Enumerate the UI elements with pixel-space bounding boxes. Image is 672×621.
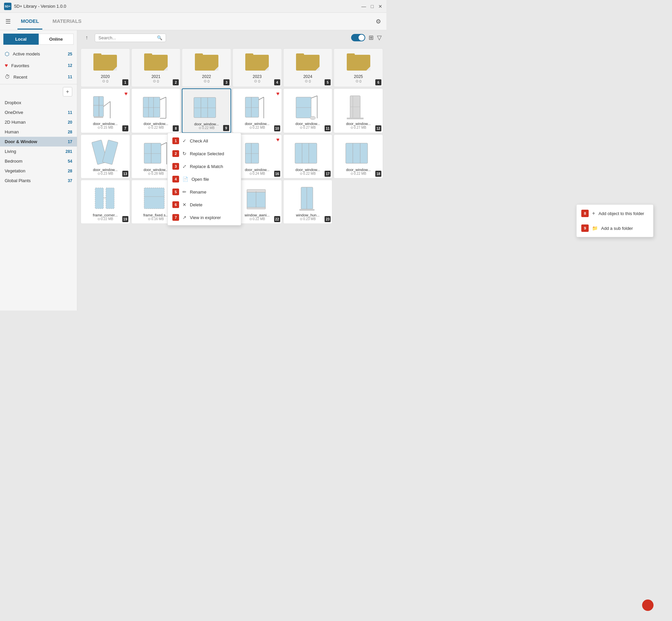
sidebar-item-bedroom[interactable]: Bedroom 54 xyxy=(0,156,77,166)
model-thumb-16 xyxy=(236,137,279,168)
model-size-10: ⊙ 0.22 MB xyxy=(249,126,265,129)
sidebar-item-onedrive[interactable]: OneDrive 11 xyxy=(0,108,77,117)
ctx-num-5: 5 xyxy=(172,189,179,195)
toggle-switch[interactable] xyxy=(351,34,365,41)
sidebar-item-living[interactable]: Living 281 xyxy=(0,147,77,156)
bedroom-count: 54 xyxy=(68,159,72,164)
svg-rect-80 xyxy=(299,209,314,211)
model-size-20: ⊙ 0.16 MB xyxy=(148,217,164,221)
model-thumb-22 xyxy=(236,183,279,213)
ctx-label-rename: Rename xyxy=(190,190,206,195)
delete-icon: ✕ xyxy=(182,202,186,207)
model-card-13[interactable]: door_window... ⊙ 0.23 MB 13 xyxy=(81,134,130,178)
sidebar: Local Online ⬡ Active models 25 ♥ Favori… xyxy=(0,30,77,310)
sidebar-item-door-window[interactable]: Door & Window 17 xyxy=(0,137,77,147)
folder-badge-2022: 3 xyxy=(223,79,229,85)
2d-human-count: 20 xyxy=(68,120,72,125)
ctx-num-3: 3 xyxy=(172,163,179,170)
folder-2021[interactable]: 2021 ⊙ 0 2 xyxy=(131,48,181,87)
model-card-10[interactable]: ♥ door_window... ⊙ 0.22 MB xyxy=(233,88,282,133)
ctx-replace-selected[interactable]: 2 ↻ Replace Selected xyxy=(168,147,241,160)
sidebar-item-global-plants[interactable]: Global Plants 37 xyxy=(0,176,77,185)
sidebar-item-favorites[interactable]: ♥ Favorites 12 xyxy=(0,60,77,71)
ctx-replace-match[interactable]: 3 ⤢ Replace & Match xyxy=(168,160,241,173)
replace-match-icon: ⤢ xyxy=(182,164,186,169)
model-card-11[interactable]: door_window... ⊙ 0.27 MB 11 xyxy=(283,88,333,133)
svg-rect-61 xyxy=(302,143,302,163)
add-folder-button[interactable]: + xyxy=(63,87,72,96)
ctx-num-4: 4 xyxy=(172,176,179,182)
model-badge-10: 10 xyxy=(274,125,280,131)
search-box: 🔍 xyxy=(95,34,166,42)
sidebar-item-vegetation[interactable]: Vegetation 28 xyxy=(0,166,77,176)
model-name-13: door_window... xyxy=(84,168,127,172)
folder-2023[interactable]: 2023 ⊙ 0 4 xyxy=(233,48,282,87)
svg-rect-60 xyxy=(295,143,317,163)
hamburger-icon[interactable]: ☰ xyxy=(5,18,11,25)
model-card-17[interactable]: door_window... ⊙ 0.22 MB 17 xyxy=(283,134,333,178)
grid-view-icon[interactable]: ⊞ xyxy=(369,34,374,41)
svg-line-29 xyxy=(160,97,166,100)
model-card-12[interactable]: door_window... ⊙ 0.27 MB 12 xyxy=(334,88,383,133)
folder-name-2025: 2025 xyxy=(354,74,363,79)
folder-2022[interactable]: 2022 ⊙ 0 3 xyxy=(182,48,231,87)
local-button[interactable]: Local xyxy=(3,34,39,45)
folder-2025[interactable]: 2025 ⊙ 0 6 xyxy=(334,48,383,87)
svg-rect-49 xyxy=(347,118,364,119)
model-card-23[interactable]: window_hun... ⊙ 0.23 MB 23 xyxy=(283,180,333,224)
up-button[interactable]: ↑ xyxy=(82,33,91,42)
svg-rect-67 xyxy=(106,188,114,209)
sidebar-item-human[interactable]: Human 28 xyxy=(0,127,77,137)
explorer-icon: ↗ xyxy=(182,215,186,220)
filter-icon[interactable]: ▽ xyxy=(377,34,382,41)
model-thumb-12 xyxy=(337,91,380,122)
folder-count-2021: ⊙ 0 xyxy=(153,79,159,83)
folder-2024[interactable]: 2024 ⊙ 0 5 xyxy=(283,48,333,87)
sidebar-item-active-models[interactable]: ⬡ Active models 25 xyxy=(0,48,77,60)
ctx-view-explorer[interactable]: 7 ↗ View in explorer xyxy=(168,211,241,224)
folder-name-2020: 2020 xyxy=(101,74,110,79)
favorite-heart-7: ♥ xyxy=(124,91,128,97)
ctx-num-2: 2 xyxy=(172,150,179,157)
onedrive-label: OneDrive xyxy=(5,110,65,115)
model-card-9[interactable]: door_window... ⊙ 0.22 MB 9 xyxy=(182,88,231,133)
model-thumb-17 xyxy=(286,137,330,168)
dropbox-label: Dropbox xyxy=(5,100,69,105)
model-name-10: door_window... xyxy=(236,122,279,126)
model-badge-9: 9 xyxy=(223,125,229,131)
ctx-open-file[interactable]: 4 📄 Open file xyxy=(168,173,241,185)
model-size-8: ⊙ 0.22 MB xyxy=(148,126,164,129)
door-window-label: Door & Window xyxy=(5,139,65,144)
online-button[interactable]: Online xyxy=(39,34,74,45)
model-thumb-18 xyxy=(337,137,380,168)
settings-icon[interactable]: ⚙ xyxy=(376,18,381,25)
model-card-18[interactable]: door_window... ⊙ 0.22 MB 18 xyxy=(334,134,383,178)
ctx-num-6: 6 xyxy=(172,201,179,208)
maximize-button[interactable]: □ xyxy=(371,4,374,9)
model-card-7[interactable]: ♥ door_window... ⊙ xyxy=(81,88,130,133)
tab-materials[interactable]: MATERIALS xyxy=(49,13,85,30)
search-input[interactable] xyxy=(98,35,155,40)
active-models-label: Active models xyxy=(13,51,65,56)
ctx-delete[interactable]: 6 ✕ Delete xyxy=(168,198,241,211)
ctx-rename[interactable]: 5 ✏ Rename xyxy=(168,185,241,198)
model-thumb-9 xyxy=(185,92,228,122)
folder-2020[interactable]: 2020 ⊙ 0 1 xyxy=(81,48,130,87)
ctx-label-replace-selected: Replace Selected xyxy=(190,151,224,156)
onedrive-count: 11 xyxy=(68,110,72,115)
sidebar-item-dropbox[interactable]: Dropbox xyxy=(0,98,77,108)
tab-model[interactable]: MODEL xyxy=(17,13,42,30)
ctx-label-check-all: Check All xyxy=(190,138,208,143)
sidebar-item-2d-human[interactable]: 2D Human 20 xyxy=(0,117,77,127)
minimize-button[interactable]: — xyxy=(362,4,366,9)
sidebar-item-recent[interactable]: ⏱ Recent 11 xyxy=(0,71,77,83)
svg-rect-14 xyxy=(296,53,304,57)
folder-count-2025: ⊙ 0 xyxy=(355,79,362,83)
model-name-23: window_hun... xyxy=(286,213,330,217)
close-button[interactable]: ✕ xyxy=(378,4,382,9)
model-card-8[interactable]: door_window... ⊙ 0.22 MB 8 xyxy=(131,88,181,133)
human-label: Human xyxy=(5,129,65,134)
model-card-19[interactable]: frame_corner... ⊙ 0.22 MB 19 xyxy=(81,180,130,224)
ctx-check-all[interactable]: 1 ✓ Check All xyxy=(168,134,241,147)
svg-rect-54 xyxy=(144,153,161,154)
